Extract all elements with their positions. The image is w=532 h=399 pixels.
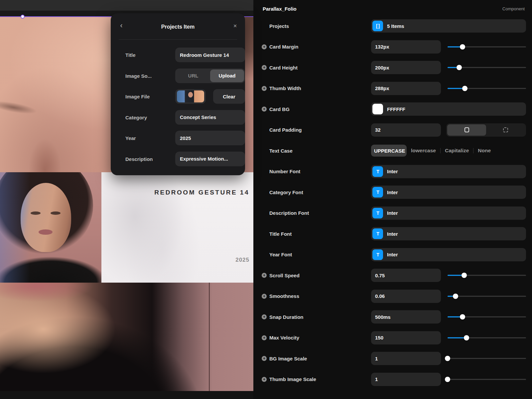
slider-knob[interactable]	[445, 377, 450, 382]
number-input[interactable]: 132px	[371, 40, 441, 54]
text-case-option[interactable]: Capitalize	[441, 148, 473, 154]
panel-row: +Thumb Width288px	[263, 82, 526, 95]
property-control: 150	[371, 331, 526, 344]
segment-option-upload[interactable]: Upload	[210, 69, 244, 82]
add-variable-icon[interactable]: +	[262, 294, 267, 299]
padding-value: 32	[375, 127, 381, 133]
dialog-input-value: Concept Series	[180, 114, 216, 120]
add-variable-icon[interactable]: +	[262, 356, 267, 361]
array-brackets-icon[interactable]: [ ]	[372, 21, 383, 31]
property-label: Year Font	[269, 252, 292, 257]
panel-row: +Card Margin132px	[263, 40, 526, 54]
property-label: Thumb Image Scale	[269, 376, 316, 382]
text-case-option-selected[interactable]: UPPERCASE	[371, 145, 407, 157]
number-input[interactable]: 0.75	[371, 269, 441, 282]
panel-row: Text CaseUPPERCASElowercaseCapitalizeNon…	[263, 144, 526, 157]
number-input[interactable]: 500ms	[371, 310, 441, 324]
color-field[interactable]: FFFFFF	[371, 102, 526, 116]
dialog-divider	[119, 39, 237, 40]
font-type-icon[interactable]: T	[372, 249, 383, 260]
selection-handle[interactable]	[21, 15, 25, 19]
dialog-row: Image FileClear	[119, 89, 237, 104]
slider[interactable]	[448, 82, 526, 95]
add-variable-icon[interactable]: +	[262, 315, 267, 320]
number-input[interactable]: 0.06	[371, 290, 441, 303]
uniform-padding-button[interactable]	[447, 124, 486, 136]
slider[interactable]	[448, 331, 526, 344]
slider[interactable]	[448, 310, 526, 324]
add-variable-icon[interactable]: +	[262, 335, 267, 340]
number-input[interactable]: 200px	[371, 61, 441, 74]
file-control: Clear	[175, 89, 245, 104]
color-swatch[interactable]	[372, 104, 383, 114]
property-label: Description Font	[269, 210, 309, 216]
add-variable-icon[interactable]: +	[262, 86, 267, 91]
component-name: Parallax_Folio	[263, 6, 297, 12]
slider[interactable]	[448, 269, 526, 282]
property-control: FFFFFF	[371, 102, 526, 116]
panel-row: +Card BGFFFFFF	[263, 102, 526, 116]
dialog-text-input[interactable]: Redroom Gesture 14	[175, 48, 245, 62]
dialog-text-input[interactable]: Concept Series	[175, 110, 245, 125]
close-icon[interactable]: ✕	[232, 23, 238, 29]
dialog-input-value: 2025	[180, 135, 191, 141]
number-input[interactable]: 150	[371, 331, 441, 344]
slider-knob[interactable]	[462, 273, 467, 278]
eye-shape	[51, 211, 61, 215]
slider-knob[interactable]	[460, 314, 465, 320]
font-name-value: Inter	[387, 231, 398, 237]
next-portrait-photo[interactable]	[0, 283, 253, 391]
project-card[interactable]: REDROOM GESTURE 14 2025	[101, 172, 253, 283]
hair-strand-shape	[209, 283, 210, 391]
add-variable-icon[interactable]: +	[262, 273, 267, 278]
number-value: 200px	[375, 65, 389, 70]
project-thumbnail-photo[interactable]	[0, 172, 101, 283]
font-type-icon[interactable]: T	[372, 228, 383, 239]
slider[interactable]	[448, 373, 526, 386]
slider[interactable]	[448, 40, 526, 54]
property-label: Thumb Width	[269, 85, 301, 91]
dialog-field-label: Description	[125, 156, 153, 162]
segment-option-url[interactable]: URL	[176, 69, 210, 82]
slider-knob[interactable]	[462, 86, 467, 91]
font-picker-field[interactable]: TInter	[371, 227, 526, 240]
dialog-field-label: Image So...	[125, 73, 152, 78]
slider-knob[interactable]	[453, 294, 458, 299]
panel-row: Description FontTInter	[263, 206, 526, 220]
projects-items-field[interactable]: [ ]5 Items	[371, 19, 526, 33]
padding-input[interactable]: 32	[371, 123, 441, 137]
font-picker-field[interactable]: TInter	[371, 186, 526, 199]
individual-padding-button[interactable]	[486, 124, 525, 136]
number-value: 288px	[375, 85, 389, 91]
add-variable-icon[interactable]: +	[262, 44, 267, 49]
image-file-thumbnail[interactable]	[175, 89, 206, 104]
text-case-option[interactable]: lowercase	[407, 148, 440, 154]
font-type-icon[interactable]: T	[372, 208, 383, 218]
panel-row: Projects[ ]5 Items	[263, 19, 526, 33]
add-variable-icon[interactable]: +	[262, 65, 267, 70]
slider[interactable]	[448, 290, 526, 303]
slider[interactable]	[448, 61, 526, 74]
clear-button[interactable]: Clear	[213, 89, 245, 104]
font-picker-field[interactable]: TInter	[371, 165, 526, 178]
add-variable-icon[interactable]: +	[262, 107, 267, 112]
text-case-option[interactable]: None	[473, 148, 495, 154]
add-variable-icon[interactable]: +	[262, 377, 267, 382]
slider[interactable]	[448, 352, 526, 365]
slider-knob[interactable]	[460, 44, 465, 50]
slider-knob[interactable]	[457, 65, 462, 70]
dialog-text-input[interactable]: Expressive Motion...	[175, 152, 245, 166]
number-input[interactable]: 288px	[371, 82, 441, 95]
font-type-icon[interactable]: T	[372, 166, 383, 177]
properties-panel: Parallax_Folio Component Projects[ ]5 It…	[253, 0, 532, 399]
slider-knob[interactable]	[464, 335, 469, 340]
slider-knob[interactable]	[445, 356, 450, 361]
number-input[interactable]: 1	[371, 352, 441, 365]
items-count-value: 5 Items	[387, 23, 404, 29]
font-type-icon[interactable]: T	[372, 187, 383, 198]
dialog-text-input[interactable]: 2025	[175, 131, 245, 145]
font-picker-field[interactable]: TInter	[371, 206, 526, 220]
font-picker-field[interactable]: TInter	[371, 248, 526, 261]
number-input[interactable]: 1	[371, 373, 441, 386]
canvas-background	[0, 391, 253, 399]
